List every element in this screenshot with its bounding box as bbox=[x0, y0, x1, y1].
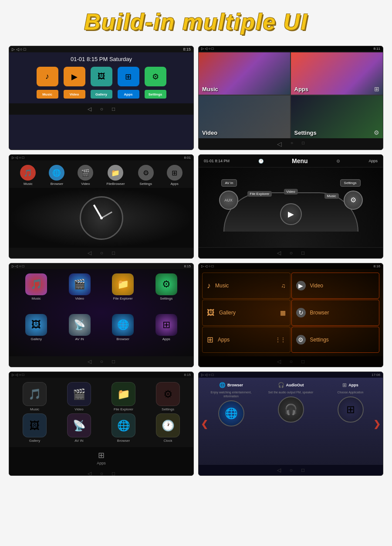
ui-screen-3: ▷ ◁ ○ □ 8:01 🎵 Music 🌐 Browser 🎬 Video 📁… bbox=[9, 154, 194, 259]
video-icon-1[interactable]: ▶ bbox=[64, 67, 85, 86]
gallery-app-7[interactable]: 🖼 Gallery bbox=[14, 413, 56, 443]
menu-icon-1[interactable]: □ bbox=[112, 106, 115, 112]
music-app-5[interactable]: 🎵 Music bbox=[16, 273, 57, 312]
status-bar-2: ▷ ◁ ○ □ 8:11 bbox=[199, 46, 383, 51]
home-icon-1[interactable]: ○ bbox=[100, 106, 103, 112]
back-icon-4[interactable]: ◁ bbox=[277, 250, 281, 256]
home-icon-2[interactable]: ○ bbox=[291, 140, 293, 147]
folder-icon-7: 📁 bbox=[112, 382, 135, 406]
browser-app-7[interactable]: 🌐 Browser bbox=[102, 413, 145, 443]
center-icon-4[interactable]: ▶ bbox=[280, 203, 302, 225]
icons-row-1: ♪ ▶ 🖼 ⊞ ⚙ bbox=[9, 65, 193, 89]
settings-app-7[interactable]: ⚙ Settings bbox=[147, 382, 189, 411]
apps-desc-8: Choose Application bbox=[338, 390, 364, 394]
video-button-4[interactable]: Video bbox=[284, 189, 297, 195]
music-button-4[interactable]: Music bbox=[324, 193, 339, 199]
music-cell[interactable]: Music bbox=[199, 52, 291, 95]
settings-app-3[interactable]: ⚙ Settings bbox=[138, 165, 154, 186]
home-icon-3[interactable]: ○ bbox=[100, 250, 103, 256]
video-app-5[interactable]: 🎬 Video bbox=[59, 273, 101, 312]
home-icon-4[interactable]: ○ bbox=[290, 250, 293, 256]
file-explorer-button[interactable]: File Explorer bbox=[247, 191, 272, 197]
apps-app-5[interactable]: ⊞ Apps bbox=[146, 314, 187, 352]
settings-cell[interactable]: Settings ⚙ bbox=[291, 96, 383, 139]
settings-item-6[interactable]: ⚙ Settings bbox=[291, 327, 380, 353]
avin-app-7[interactable]: 📡 AV IN bbox=[58, 413, 100, 443]
back-icon-7[interactable]: ◁ bbox=[88, 471, 91, 476]
music-circle-3: 🎵 bbox=[20, 165, 36, 181]
app-grid-7: 🎵 Music 🎬 Video 📁 File Explorer ⚙ Settin… bbox=[9, 378, 193, 447]
music-app-3[interactable]: 🎵 Music bbox=[20, 165, 36, 186]
apps-col-8: ⊞ Apps Choose Application ⊞ bbox=[322, 382, 378, 461]
home-icon-6[interactable]: ○ bbox=[290, 358, 293, 365]
menu-icon-3[interactable]: □ bbox=[112, 250, 115, 256]
gallery-app-5[interactable]: 🖼 Gallery bbox=[16, 314, 57, 352]
gallery-label-1: Gallery bbox=[91, 90, 112, 99]
avin-app-5[interactable]: 📡 AV IN bbox=[59, 314, 101, 352]
video-item-6[interactable]: ▶ Video bbox=[291, 273, 380, 299]
home-icon-7[interactable]: ○ bbox=[100, 471, 103, 476]
menu-icon-2[interactable]: □ bbox=[302, 140, 304, 147]
browser-app-5[interactable]: 🌐 Browser bbox=[102, 314, 144, 352]
gallery-icon-6: 🖼 bbox=[207, 308, 215, 317]
apps-circle-8[interactable]: ⊞ bbox=[338, 396, 364, 423]
av-in-button[interactable]: AV In bbox=[221, 179, 237, 187]
menu-icon-5[interactable]: □ bbox=[112, 358, 115, 365]
ui8-content: 🌐 Browser Enjoy watching entertainment, … bbox=[199, 378, 383, 465]
music-item-6[interactable]: ♪ Music ♫ bbox=[202, 273, 291, 299]
settings-icon-1[interactable]: ⚙ bbox=[145, 67, 166, 86]
menu-icon-8[interactable]: □ bbox=[301, 467, 304, 473]
settings-circle-icon-4[interactable]: ⚙ bbox=[344, 191, 363, 210]
video-app-3[interactable]: 🎬 Video bbox=[78, 165, 93, 186]
apps-item-6[interactable]: ⊞ Apps ⋮⋮ bbox=[202, 327, 291, 353]
gallery-icon-1[interactable]: 🖼 bbox=[91, 67, 112, 86]
browser-col-8: 🌐 Browser Enjoy watching entertainment, … bbox=[203, 382, 259, 461]
back-icon-2[interactable]: ◁ bbox=[277, 140, 282, 147]
bottom-bar-7[interactable]: ⊞ Apps bbox=[9, 447, 193, 469]
clock-app-7[interactable]: 🕐 Clock bbox=[147, 413, 189, 443]
nav-bar-7: ◁ ○ □ bbox=[9, 469, 193, 476]
back-icon-8[interactable]: ◁ bbox=[277, 467, 281, 473]
menu-icon-7[interactable]: □ bbox=[112, 471, 115, 476]
settings-app-5[interactable]: ⚙ Settings bbox=[146, 273, 187, 312]
refresh-icon-6: ↻ bbox=[296, 308, 306, 317]
file-explorer-app-5[interactable]: 📁 File Explorer bbox=[102, 273, 144, 312]
back-icon-3[interactable]: ◁ bbox=[88, 250, 91, 256]
filebrowser-app-3[interactable]: 📁 FileBrowser bbox=[106, 165, 125, 186]
back-icon-6[interactable]: ◁ bbox=[277, 358, 281, 365]
browser-app-3[interactable]: 🌐 Browser bbox=[49, 165, 64, 186]
music-icon-5: 🎵 bbox=[25, 273, 47, 295]
audio-circle-8[interactable]: 🎧 bbox=[278, 396, 304, 423]
apps-circle-3: ⊞ bbox=[167, 165, 182, 181]
right-arrow-8[interactable]: ❯ bbox=[373, 419, 381, 429]
apps-icon-6: ⊞ bbox=[207, 335, 213, 345]
video-app-7[interactable]: 🎬 Video bbox=[58, 382, 100, 411]
settings-button-4[interactable]: Settings bbox=[340, 179, 361, 187]
home-icon-5[interactable]: ○ bbox=[100, 358, 103, 365]
menu-icon-4[interactable]: □ bbox=[301, 250, 304, 256]
browser-circle-8[interactable]: 🌐 bbox=[218, 400, 244, 427]
menu-icon-6[interactable]: □ bbox=[301, 358, 304, 365]
back-icon-5[interactable]: ◁ bbox=[88, 358, 91, 365]
browser-item-6[interactable]: ↻ Browser bbox=[291, 300, 380, 326]
aux-button[interactable]: AUX bbox=[219, 191, 238, 210]
folder-icon-5: 📁 bbox=[112, 273, 134, 295]
apps-icon-1[interactable]: ⊞ bbox=[118, 67, 139, 86]
music-app-7[interactable]: 🎵 Music bbox=[14, 382, 56, 411]
ui2-grid: Music Apps ⊞ Video Settings ⚙ bbox=[199, 52, 383, 138]
arc-container-4: AV In Settings AUX File Explorer Video M… bbox=[217, 179, 365, 236]
home-icon-8[interactable]: ○ bbox=[290, 467, 293, 473]
page-title: Build-in multiple UI bbox=[84, 0, 308, 41]
gallery-item-6[interactable]: 🖼 Gallery ▦ bbox=[202, 300, 291, 326]
ui6-content: ♪ Music ♫ ▶ Video 🖼 Gallery ▦ ↻ Browser … bbox=[199, 269, 383, 356]
music-icon-1[interactable]: ♪ bbox=[37, 67, 58, 86]
clock-face-3 bbox=[80, 196, 123, 240]
ui4-header: 01-01 8:14 PM 🕐 Menu ⚙ Apps bbox=[199, 155, 383, 167]
labels-row-1: Music Video Gallery Apps Settings bbox=[9, 89, 193, 100]
back-icon-1[interactable]: ◁ bbox=[88, 106, 91, 112]
apps-app-3[interactable]: ⊞ Apps bbox=[167, 165, 182, 186]
apps-cell[interactable]: Apps ⊞ bbox=[291, 52, 383, 95]
video-cell[interactable]: Video bbox=[199, 96, 291, 139]
file-explorer-app-7[interactable]: 📁 File Explorer bbox=[102, 382, 145, 411]
left-arrow-8[interactable]: ❮ bbox=[201, 419, 208, 429]
